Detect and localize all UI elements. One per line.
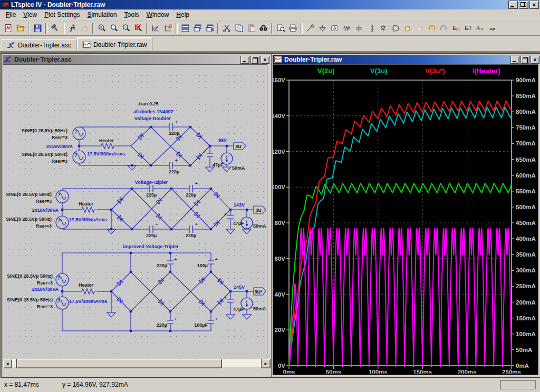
tile-horizontal-icon <box>181 24 190 33</box>
titlebar: LTspice IV - Doubler-Tripler.raw × <box>0 0 540 9</box>
place-ground-button[interactable] <box>316 22 329 34</box>
menu-view[interactable]: View <box>20 10 41 19</box>
spice-directive-button[interactable]: .op <box>486 22 498 34</box>
child-close-button[interactable]: × <box>261 56 269 64</box>
legend-V(3u*)[interactable]: V(3u*) <box>425 67 445 75</box>
right-axis-tick: 100mA <box>516 331 536 337</box>
menu-help[interactable]: Help <box>172 10 193 19</box>
print-button[interactable] <box>287 22 299 34</box>
undo-button[interactable] <box>426 22 438 34</box>
close-button[interactable]: × <box>529 1 539 9</box>
autorange-button[interactable] <box>150 22 162 34</box>
svg-text:+: + <box>156 222 158 227</box>
plot-settings-button[interactable] <box>162 22 174 34</box>
app-icon <box>2 1 9 8</box>
schematic-label: 220µ <box>157 263 167 268</box>
place-text-button[interactable]: Aa <box>474 22 486 34</box>
mirror-button[interactable]: Em <box>450 22 462 34</box>
child-maximize-button[interactable] <box>250 56 259 64</box>
scroll-thumb[interactable] <box>16 359 222 368</box>
schematic-label: 99V <box>218 138 227 143</box>
waveform-panel[interactable]: 160V140V120V100V80V60V40V20V0V900mA850mA… <box>273 64 538 375</box>
schematic-drawing: +++++++++++++++++++2U3U3U*.tran 0.25all … <box>3 65 267 358</box>
minimize-button[interactable] <box>508 1 518 9</box>
cascade-button[interactable] <box>191 22 204 34</box>
drag-button <box>413 22 426 34</box>
menu-tools[interactable]: Tools <box>121 10 143 19</box>
menu-plot-settings[interactable]: Plot Settings <box>41 10 83 19</box>
schematic-hscrollbar[interactable]: ◄ ► <box>3 359 271 367</box>
diode-icon <box>379 24 388 33</box>
schematic-window: Doubler-Tripler.asc × ++++++++++++++++++… <box>1 53 272 378</box>
trace-V(3u*)[interactable] <box>289 101 512 366</box>
rotate-button[interactable]: E <box>462 22 474 34</box>
run-button[interactable] <box>66 22 79 34</box>
draw-wire-button[interactable] <box>304 22 316 34</box>
tile-horizontal-button[interactable] <box>179 22 191 34</box>
svg-text:E: E <box>465 25 468 31</box>
open-button[interactable] <box>14 22 26 34</box>
place-inductor-button[interactable] <box>365 22 377 34</box>
cascade-arrange-button[interactable] <box>204 22 216 34</box>
place-net-label-button[interactable]: A <box>329 22 341 34</box>
child-maximize-button[interactable] <box>520 56 529 64</box>
zoom-cancel-icon <box>134 24 143 33</box>
toolbar-separator <box>28 23 30 34</box>
toolbar-separator <box>271 23 273 34</box>
control-panel-button[interactable] <box>49 22 61 34</box>
find-button[interactable] <box>257 22 269 34</box>
close-icon: × <box>263 57 266 63</box>
plot-settings-icon <box>163 24 172 33</box>
place-resistor-button[interactable] <box>341 22 353 34</box>
schematic-label: 47µF <box>233 221 244 226</box>
move-button[interactable] <box>401 22 413 34</box>
tab-doubler-tripler-raw[interactable]: Doubler-Tripler.raw <box>77 37 152 51</box>
svg-text:+: + <box>58 274 61 279</box>
net-flag-label: 2U <box>235 144 242 149</box>
new-schematic-button[interactable] <box>2 22 14 34</box>
redo-button[interactable] <box>438 22 450 34</box>
restore-button[interactable] <box>519 1 528 9</box>
scroll-left-button[interactable]: ◄ <box>3 359 12 368</box>
tab-doubler-tripler-asc[interactable]: Doubler-Tripler.asc <box>2 39 76 51</box>
legend-V(3u)[interactable]: V(3u) <box>370 67 388 75</box>
resistor-icon <box>342 24 351 33</box>
right-axis-tick: 900mA <box>516 77 536 83</box>
copy-button[interactable] <box>233 22 245 34</box>
trace-I(Heater)[interactable] <box>289 229 512 366</box>
schematic-label: .tran 0.25 <box>138 101 159 106</box>
schematic-label: 2x18V/30VA <box>32 208 59 213</box>
open-folder-icon <box>16 24 25 33</box>
zoom-out-button[interactable] <box>120 22 132 34</box>
save-button[interactable] <box>32 22 44 34</box>
net-label-icon: A <box>330 24 339 33</box>
menu-file[interactable]: File <box>2 10 20 19</box>
right-axis-tick: 0mA <box>516 362 529 369</box>
place-component-button[interactable] <box>389 22 401 34</box>
print-preview-button[interactable] <box>275 22 287 34</box>
legend-V(2u)[interactable]: V(2u) <box>317 67 335 75</box>
place-capacitor-button[interactable] <box>353 22 365 34</box>
svg-text:.op: .op <box>489 26 495 31</box>
scroll-track[interactable] <box>12 359 261 367</box>
right-axis-tick: 550mA <box>516 188 536 194</box>
menu-window[interactable]: Window <box>143 10 173 19</box>
schematic-label: 2x18V/30VA <box>46 144 73 149</box>
zoom-cancel-button[interactable] <box>132 22 144 34</box>
scroll-right-button[interactable]: ► <box>261 359 271 368</box>
schematic-canvas[interactable]: +++++++++++++++++++2U3U3U*.tran 0.25all … <box>3 64 267 358</box>
left-axis-tick: 40V <box>275 291 286 298</box>
zoom-in-button[interactable] <box>96 22 108 34</box>
menu-simulation[interactable]: Simulation <box>84 10 121 19</box>
legend-I(Heater)[interactable]: I(Heater) <box>472 67 500 75</box>
schematic-label: SINE(0 28,5Vp 50Hz) <box>22 128 68 133</box>
child-minimize-button[interactable] <box>510 56 519 64</box>
net-flag-label: 3U* <box>254 289 263 295</box>
child-close-button[interactable]: × <box>531 56 539 64</box>
child-minimize-button[interactable] <box>240 56 249 64</box>
place-diode-button[interactable] <box>377 22 389 34</box>
schematic-label: 143V <box>234 202 245 208</box>
zoom-full-extents-button[interactable] <box>108 22 120 34</box>
svg-text:A: A <box>476 25 480 31</box>
cut-button[interactable] <box>221 22 233 34</box>
